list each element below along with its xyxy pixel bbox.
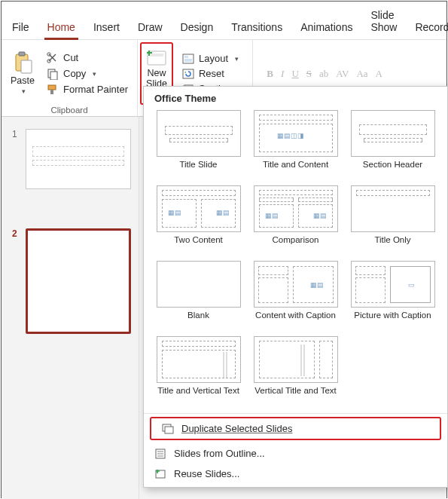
font-color-button[interactable]: A [376, 68, 382, 80]
menu-file[interactable]: File [3, 17, 38, 39]
menu-animations[interactable]: Animations [291, 17, 361, 39]
new-slide-icon [146, 48, 167, 66]
menu-transitions[interactable]: Transitions [222, 17, 291, 39]
reuse-icon [154, 469, 166, 479]
chevron-down-icon: ▾ [235, 55, 239, 63]
chevron-down-icon: ▾ [93, 70, 96, 78]
menu-record[interactable]: Record [406, 17, 448, 39]
duplicate-icon [162, 424, 174, 434]
layout-label: Title and Content [263, 160, 328, 181]
scissors-icon [47, 52, 59, 64]
layout-label: Title Slide [179, 160, 217, 181]
svg-rect-14 [183, 69, 194, 78]
outline-icon [154, 448, 166, 459]
cut-label: Cut [63, 52, 78, 63]
layout-label: Section Header [363, 160, 422, 181]
duplicate-label: Duplicate Selected Slides [181, 423, 292, 434]
menu-draw[interactable]: Draw [129, 17, 172, 39]
menu-home[interactable]: Home [38, 17, 84, 39]
layout-content-caption[interactable]: ▦▤ [254, 261, 338, 308]
menu-slideshow[interactable]: Slide Show [361, 5, 406, 39]
copy-icon [47, 68, 59, 80]
slide-thumb-2[interactable]: 2 [2, 224, 139, 338]
layout-title-only[interactable] [351, 185, 435, 232]
reset-icon [182, 69, 194, 79]
paste-label: Paste [11, 75, 35, 86]
layout-label: Vertical Title and Text [254, 386, 336, 407]
strike-button[interactable]: S [306, 68, 312, 80]
char-spacing-button[interactable]: AV [336, 68, 349, 80]
layout-title-vtext[interactable] [157, 336, 241, 383]
reset-button[interactable]: Reset [178, 66, 246, 81]
outline-label: Slides from Outline... [174, 448, 265, 459]
reset-label: Reset [199, 68, 224, 79]
reuse-slides-action[interactable]: Reuse Slides... [144, 464, 447, 487]
paste-button[interactable]: Paste ▾ [6, 42, 39, 105]
slide-thumb-1[interactable]: 1 [2, 124, 139, 194]
svg-rect-8 [50, 90, 53, 94]
layout-label: Title and Vertical Text [157, 386, 239, 407]
shadow-button[interactable]: ab [319, 68, 328, 80]
menu-design[interactable]: Design [172, 17, 223, 39]
slides-from-outline-action[interactable]: Slides from Outline... [144, 443, 447, 464]
thumb-preview [26, 228, 131, 334]
group-label-clipboard: Clipboard [6, 105, 133, 116]
menu-insert[interactable]: Insert [84, 17, 129, 39]
copy-label: Copy [63, 68, 86, 79]
thumb-preview [26, 129, 131, 189]
layout-label: Layout [199, 53, 228, 64]
new-slide-flyout: Office Theme Title Slide ▦▤◫◨ Title and … [143, 86, 448, 488]
layout-label: Blank [187, 311, 209, 332]
layout-picture-caption[interactable]: ▭ [351, 261, 435, 308]
layout-grid: Title Slide ▦▤◫◨ Title and Content Secti… [144, 107, 447, 407]
underline-button[interactable]: U [291, 68, 298, 80]
paintbrush-icon [47, 84, 59, 96]
svg-rect-2 [21, 60, 32, 73]
italic-button[interactable]: I [281, 68, 284, 80]
change-case-button[interactable]: Aa [356, 68, 367, 80]
paste-icon [13, 51, 32, 74]
svg-rect-7 [48, 85, 56, 90]
menubar: File Home Insert Draw Design Transitions… [2, 2, 446, 40]
thumb-number: 1 [12, 129, 20, 139]
cut-button[interactable]: Cut [42, 51, 133, 66]
layout-label: Content with Caption [255, 311, 336, 332]
layout-title-slide[interactable] [157, 110, 241, 157]
slide-thumbnails: 1 2 [2, 117, 139, 499]
svg-rect-24 [165, 427, 173, 433]
layout-title-content[interactable]: ▦▤◫◨ [254, 110, 338, 157]
layout-two-content[interactable]: ▦▤ ▦▤ [157, 185, 241, 232]
layout-label: Title Only [374, 235, 410, 256]
layout-label: Comparison [273, 235, 319, 256]
svg-rect-10 [150, 54, 163, 57]
layout-label: Two Content [174, 235, 223, 256]
bold-button[interactable]: B [267, 68, 273, 80]
svg-rect-13 [184, 59, 192, 62]
group-clipboard: Paste ▾ Cut Copy ▾ [2, 40, 138, 116]
layout-section-header[interactable] [351, 110, 435, 157]
thumb-number: 2 [12, 228, 20, 239]
duplicate-slides-action[interactable]: Duplicate Selected Slides [151, 418, 440, 439]
format-painter-button[interactable]: Format Painter [42, 82, 133, 97]
layout-blank[interactable] [157, 261, 241, 308]
layout-icon [182, 54, 194, 64]
svg-rect-1 [19, 52, 25, 56]
layout-label: Picture with Caption [354, 311, 431, 332]
svg-rect-6 [50, 72, 57, 80]
chevron-down-icon: ▾ [22, 86, 26, 96]
reuse-label: Reuse Slides... [174, 468, 239, 479]
svg-rect-12 [184, 56, 188, 58]
layout-vtitle-text[interactable] [254, 336, 338, 383]
copy-button[interactable]: Copy ▾ [42, 66, 133, 81]
flyout-header: Office Theme [144, 87, 447, 107]
layout-button[interactable]: Layout ▾ [178, 51, 246, 66]
format-painter-label: Format Painter [63, 84, 128, 95]
layout-comparison[interactable]: ▦▤ ▦▤ [254, 185, 338, 232]
